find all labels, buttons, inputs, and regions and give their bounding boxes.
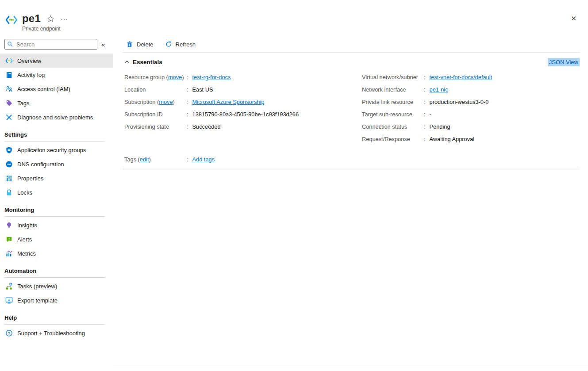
move-resource-group-link[interactable]: move (168, 74, 182, 80)
activity-log-icon (5, 71, 13, 79)
essentials-title: Essentials (133, 59, 162, 65)
target-sub-resource-value: - (430, 111, 431, 118)
sidebar-item-diagnose-solve-problems[interactable]: Diagnose and solve problems (0, 110, 113, 124)
json-view-link[interactable]: JSON View (548, 58, 580, 66)
field-connection-status: Connection status : Pending (362, 120, 580, 133)
divider (123, 169, 580, 169)
private-endpoint-icon (5, 14, 18, 26)
field-label: Request/Response (362, 136, 424, 142)
alerts-icon (5, 236, 13, 243)
sidebar-item-alerts[interactable]: Alerts (0, 232, 113, 246)
sidebar-item-tags[interactable]: Tags (0, 96, 113, 110)
svg-text:DNS: DNS (7, 163, 11, 165)
collapse-menu-icon[interactable]: « (101, 41, 105, 48)
field-label: Target sub-resource (362, 111, 424, 118)
essentials-header: Essentials JSON View (123, 57, 580, 67)
sidebar-item-label: Properties (17, 175, 43, 182)
field-resource-group: Resource group (move) : test-rg-for-docs (124, 71, 362, 83)
sidebar-item-label: Alerts (17, 236, 32, 243)
search-input[interactable] (4, 39, 97, 50)
sidebar-item-label: Metrics (17, 250, 36, 257)
sidebar-nav: Overview Activity log Access control (IA… (0, 54, 113, 340)
field-label: Subscription (move) (124, 99, 187, 105)
field-subscription: Subscription (move) : Microsoft Azure Sp… (124, 96, 362, 108)
sidebar-item-locks[interactable]: Locks (0, 185, 113, 199)
more-options-icon[interactable]: ··· (61, 15, 68, 22)
subscription-id-value: 13815790-80a3-4505-90be-1c93f193d266 (192, 111, 299, 118)
resource-type-subtitle: Private endpoint (22, 26, 68, 32)
field-label: Connection status (362, 123, 424, 130)
delete-icon (126, 41, 133, 48)
sidebar-section-settings: Settings (0, 129, 113, 141)
blade-header: pe1 ··· Private endpoint (5, 12, 68, 32)
sidebar-item-insights[interactable]: Insights (0, 218, 113, 232)
sidebar-item-label: Export template (17, 297, 58, 304)
sidebar-item-label: Tags (17, 100, 29, 107)
location-value: East US (192, 86, 213, 93)
metrics-icon (5, 250, 13, 257)
search-icon (7, 41, 13, 47)
sidebar-item-tasks-preview[interactable]: Tasks (preview) (0, 279, 113, 293)
access-control-icon (5, 85, 13, 93)
field-label: Provisioning state (124, 123, 187, 130)
sidebar-item-export-template[interactable]: Export template (0, 293, 113, 307)
page-title: pe1 (22, 12, 41, 25)
sidebar-item-properties[interactable]: Properties (0, 171, 113, 185)
move-subscription-link[interactable]: move (159, 99, 173, 105)
divider (123, 52, 580, 53)
field-provisioning-state: Provisioning state : Succeeded (124, 120, 362, 133)
field-label: Network interface (362, 86, 424, 93)
sidebar-item-label: Tasks (preview) (17, 283, 57, 290)
field-label: Resource group (move) (124, 74, 187, 80)
refresh-icon (165, 41, 172, 48)
field-label: Tags (edit) (124, 156, 187, 163)
sidebar-item-dns-configuration[interactable]: DNS DNS configuration (0, 157, 113, 171)
field-tags: Tags (edit) : Add tags (123, 153, 580, 165)
overview-pane: Delete Refresh Essentials JSON View (123, 39, 580, 169)
provisioning-state-value: Succeeded (192, 123, 221, 130)
sidebar-item-metrics[interactable]: Metrics (0, 246, 113, 260)
essentials-grid: Resource group (move) : test-rg-for-docs… (123, 71, 580, 145)
close-icon[interactable]: ✕ (571, 15, 576, 23)
export-template-icon (5, 297, 13, 304)
field-label: Subscription ID (124, 111, 187, 118)
request-response-value: Awaiting Approval (430, 136, 475, 142)
tags-icon (5, 99, 13, 107)
field-request-response: Request/Response : Awaiting Approval (362, 133, 580, 145)
sidebar-item-application-security-groups[interactable]: Application security groups (0, 143, 113, 157)
delete-button[interactable]: Delete (126, 41, 154, 48)
private-link-resource-value: production-westus3-0-0 (430, 99, 489, 105)
sidebar: « Overview Activity log (0, 39, 113, 340)
network-interface-link[interactable]: pe1-nic (430, 86, 448, 93)
sidebar-item-support-troubleshooting[interactable]: ? Support + Troubleshooting (0, 326, 113, 340)
sidebar-item-access-control-iam[interactable]: Access control (IAM) (0, 82, 113, 96)
field-subscription-id: Subscription ID : 13815790-80a3-4505-90b… (124, 108, 362, 120)
search-box (4, 39, 97, 50)
tasks-icon (5, 283, 13, 290)
field-label: Virtual network/subnet (362, 74, 424, 80)
subscription-link[interactable]: Microsoft Azure Sponsorship (192, 99, 265, 105)
sidebar-section-help: Help (0, 312, 113, 324)
sidebar-section-monitoring: Monitoring (0, 204, 113, 216)
add-tags-link[interactable]: Add tags (192, 156, 215, 163)
virtual-network-subnet-link[interactable]: test-vnet-for-docs/default (430, 74, 492, 80)
resource-group-link[interactable]: test-rg-for-docs (192, 74, 231, 80)
dns-configuration-icon: DNS (5, 161, 13, 168)
sidebar-item-overview[interactable]: Overview (0, 54, 113, 68)
field-target-sub-resource: Target sub-resource : - (362, 108, 580, 120)
field-private-link-resource: Private link resource : production-westu… (362, 96, 580, 108)
svg-text:?: ? (8, 331, 10, 335)
favorite-star-icon[interactable] (47, 15, 54, 23)
edit-tags-link[interactable]: edit (140, 156, 149, 163)
sidebar-item-activity-log[interactable]: Activity log (0, 68, 113, 82)
private-endpoint-blade: pe1 ··· Private endpoint ✕ « (0, 0, 588, 371)
essentials-collapse-toggle[interactable]: Essentials (123, 59, 162, 65)
sidebar-item-label: Locks (17, 189, 32, 196)
refresh-button-label: Refresh (176, 41, 196, 48)
field-network-interface: Network interface : pe1-nic (362, 83, 580, 96)
command-bar: Delete Refresh (123, 39, 580, 50)
private-endpoint-icon (5, 57, 13, 65)
refresh-button[interactable]: Refresh (165, 41, 196, 48)
sidebar-section-automation: Automation (0, 265, 113, 277)
blade-bottom-border (113, 366, 588, 366)
